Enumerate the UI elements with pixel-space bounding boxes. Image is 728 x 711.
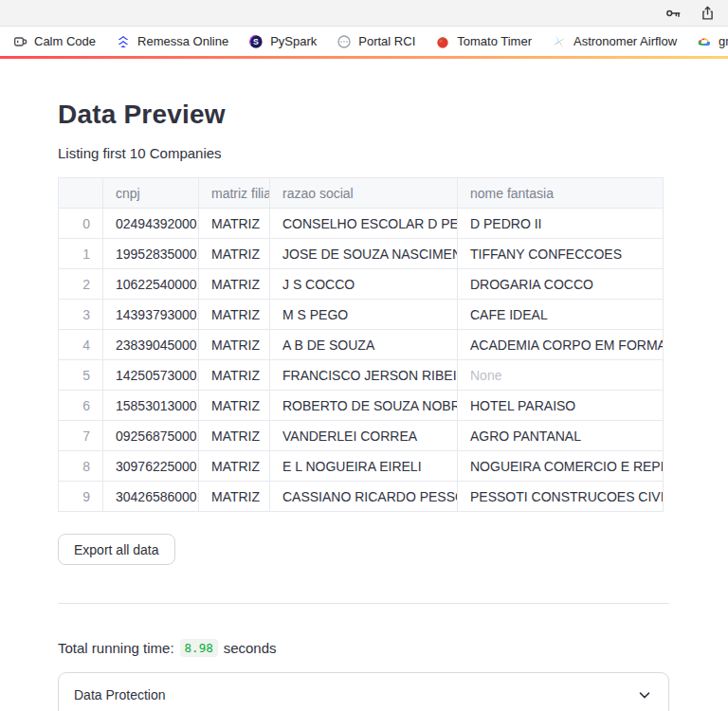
table-cell: MATRIZ xyxy=(199,360,270,391)
table-cell: MATRIZ xyxy=(199,330,270,360)
table-row: 930426586000111MATRIZCASSIANO RICARDO PE… xyxy=(59,482,664,512)
bookmark-remessa-online[interactable]: Remessa Online xyxy=(116,34,228,49)
table-cell: MATRIZ xyxy=(199,391,270,421)
table-cell: NOGUEIRA COMERCIO E REPRESENTAC xyxy=(458,451,664,482)
chevron-down-icon xyxy=(636,686,653,703)
horizontal-divider xyxy=(58,603,669,604)
pinwheel-icon xyxy=(552,34,567,49)
app-decoration-gradient xyxy=(0,56,728,59)
table-cell: MATRIZ xyxy=(199,421,270,451)
row-index: 6 xyxy=(59,391,103,421)
table-cell: 10622540000160 xyxy=(103,269,199,300)
table-row: 314393793000160MATRIZM S PEGOCAFE IDEAL xyxy=(59,300,664,330)
table-row: 423839045000150MATRIZA B DE SOUZAACADEMI… xyxy=(59,330,664,360)
row-index: 4 xyxy=(59,330,103,360)
google-cloud-icon xyxy=(697,34,712,49)
table-cell: 09256875000123 xyxy=(103,421,199,451)
table-cell: None xyxy=(458,360,664,391)
table-cell: 15853013000180 xyxy=(103,391,199,421)
row-index: 9 xyxy=(59,482,103,512)
table-cell: 30976225000149 xyxy=(103,451,199,482)
bookmark-label: gml-cnpj xyxy=(719,34,728,48)
bookmark-tomato-timer[interactable]: Tomato Timer xyxy=(435,34,532,49)
bookmark-astronomer-airflow[interactable]: Astronomer Airflow xyxy=(552,34,677,49)
browser-topbar xyxy=(0,0,728,27)
table-cell: MATRIZ xyxy=(199,451,270,482)
column-header-index xyxy=(59,178,103,209)
bookmark-pyspark[interactable]: S PySpark xyxy=(248,34,317,49)
table-cell: 14393793000160 xyxy=(103,300,199,330)
bookmark-calm-code[interactable]: Calm Code xyxy=(12,34,96,49)
bookmark-portal-rci[interactable]: Portal RCI xyxy=(337,34,415,49)
double-chevron-up-icon xyxy=(116,34,131,49)
companies-table: cnpj matriz filial razao social nome fan… xyxy=(58,177,664,512)
table-cell: AGRO PANTANAL xyxy=(458,421,664,451)
tomato-icon xyxy=(435,34,450,49)
row-index: 5 xyxy=(59,360,103,391)
table-cell: CAFE IDEAL xyxy=(458,300,664,330)
table-cell: MATRIZ xyxy=(199,209,270,239)
column-header-cnpj: cnpj xyxy=(103,178,199,209)
bookmark-label: Calm Code xyxy=(34,34,96,48)
table-cell: 30426586000111 xyxy=(103,482,199,512)
table-row: 615853013000180MATRIZROBERTO DE SOUZA NO… xyxy=(59,391,664,421)
bookmark-gml-cnpj[interactable]: gml-cnpj xyxy=(697,34,728,49)
table-cell: ACADEMIA CORPO EM FORMA SAUDE xyxy=(458,330,664,360)
running-time-text: Total running time: 8.98 seconds xyxy=(58,639,670,657)
table-row: 002494392000118MATRIZCONSELHO ESCOLAR D … xyxy=(59,209,664,239)
table-cell: 19952835000170 xyxy=(103,239,199,269)
table-cell: MATRIZ xyxy=(199,239,270,269)
table-cell: JOSE DE SOUZA NASCIMENTO xyxy=(270,239,458,269)
table-row: 119952835000170MATRIZJOSE DE SOUZA NASCI… xyxy=(59,239,664,269)
table-cell: J S COCCO xyxy=(270,269,458,300)
page-title: Data Preview xyxy=(58,100,670,130)
table-cell: MATRIZ xyxy=(199,300,270,330)
table-row: 830976225000149MATRIZE L NOGUEIRA EIRELI… xyxy=(59,451,664,482)
column-header-matriz-filial: matriz filial xyxy=(199,178,270,209)
data-protection-expander: Data Protection xyxy=(58,672,669,711)
table-row: 514250573000188MATRIZFRANCISCO JERSON RI… xyxy=(59,360,664,391)
bookmarks-bar: Calm Code Remessa Online S PySpark Porta… xyxy=(0,27,728,56)
table-cell: A B DE SOUZA xyxy=(270,330,458,360)
bookmark-label: Portal RCI xyxy=(358,34,415,48)
table-cell: HOTEL PARAISO xyxy=(458,391,664,421)
table-cell: ROBERTO DE SOUZA NOBRE xyxy=(270,391,458,421)
main-content: Data Preview Listing first 10 Companies … xyxy=(0,100,728,711)
share-icon[interactable] xyxy=(698,4,717,23)
running-time-value: 8.98 xyxy=(180,639,218,657)
table-cell: D PEDRO II xyxy=(458,209,664,239)
bookmark-label: Astronomer Airflow xyxy=(573,34,677,48)
table-row: 210622540000160MATRIZJ S COCCODROGARIA C… xyxy=(59,269,664,300)
export-all-data-button[interactable]: Export all data xyxy=(58,534,175,565)
key-icon[interactable] xyxy=(664,4,682,23)
bookmark-label: PySpark xyxy=(270,34,317,48)
expander-header[interactable]: Data Protection xyxy=(59,673,668,711)
column-header-nome-fantasia: nome fantasia xyxy=(458,178,664,209)
bookmark-label: Remessa Online xyxy=(137,34,228,48)
table-cell: MATRIZ xyxy=(199,482,270,512)
table-cell: 23839045000150 xyxy=(103,330,199,360)
table-cell: FRANCISCO JERSON RIBEIRO xyxy=(270,360,458,391)
row-index: 2 xyxy=(59,269,103,300)
table-header-row: cnpj matriz filial razao social nome fan… xyxy=(59,178,664,209)
running-time-prefix: Total running time: xyxy=(58,640,174,656)
row-index: 0 xyxy=(59,209,103,239)
spark-circle-icon: S xyxy=(248,34,264,49)
running-time-suffix: seconds xyxy=(224,640,277,656)
cup-icon xyxy=(12,34,27,49)
table-row: 709256875000123MATRIZVANDERLEI CORREAAGR… xyxy=(59,421,664,451)
table-body: 002494392000118MATRIZCONSELHO ESCOLAR D … xyxy=(59,209,664,512)
bookmark-label: Tomato Timer xyxy=(457,34,532,48)
row-index: 1 xyxy=(59,239,103,269)
table-cell: M S PEGO xyxy=(270,300,458,330)
svg-text:S: S xyxy=(253,37,259,46)
table-cell: 02494392000118 xyxy=(103,209,199,239)
row-index: 3 xyxy=(59,300,103,330)
row-index: 7 xyxy=(59,421,103,451)
globe-dots-icon xyxy=(337,34,352,49)
table-cell: E L NOGUEIRA EIRELI xyxy=(270,451,458,482)
table-cell: DROGARIA COCCO xyxy=(458,269,664,300)
table-cell: VANDERLEI CORREA xyxy=(270,421,458,451)
subtitle: Listing first 10 Companies xyxy=(58,145,670,161)
column-header-razao-social: razao social xyxy=(270,178,458,209)
